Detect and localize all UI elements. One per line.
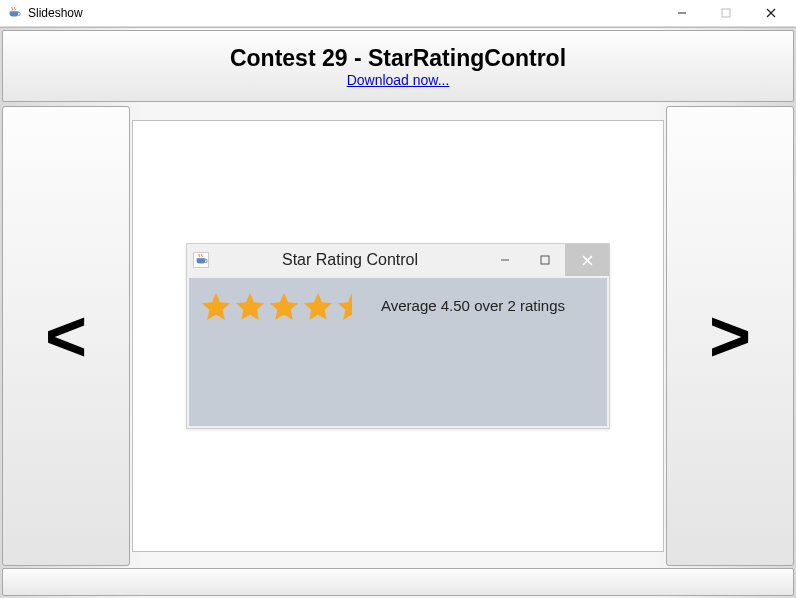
footer-panel: [2, 568, 794, 596]
header-panel: Contest 29 - StarRatingControl Download …: [2, 30, 794, 102]
java-icon: [6, 5, 22, 21]
window-title: Slideshow: [28, 6, 660, 20]
inner-content: Average 4.50 over 2 ratings: [189, 278, 607, 426]
star-rating[interactable]: [199, 290, 369, 324]
inner-window: Star Rating Control: [186, 243, 610, 429]
maximize-button: [704, 0, 748, 26]
slide-area: Star Rating Control: [132, 120, 664, 552]
close-button[interactable]: [748, 0, 794, 26]
star-icon: [301, 290, 335, 324]
inner-close-button[interactable]: [565, 244, 609, 276]
minimize-button[interactable]: [660, 0, 704, 26]
inner-minimize-button[interactable]: [485, 244, 525, 276]
rating-text: Average 4.50 over 2 ratings: [381, 290, 565, 314]
window-controls: [660, 0, 794, 26]
inner-window-title: Star Rating Control: [215, 251, 485, 269]
java-icon: [193, 252, 209, 268]
inner-window-controls: [485, 244, 609, 276]
star-icon: [233, 290, 267, 324]
app-body: Contest 29 - StarRatingControl Download …: [0, 27, 796, 598]
star-icon: [199, 290, 233, 324]
star-half-icon: [335, 290, 369, 324]
inner-maximize-button[interactable]: [525, 244, 565, 276]
star-icon: [267, 290, 301, 324]
next-button[interactable]: >: [666, 106, 794, 566]
window-titlebar: Slideshow: [0, 0, 796, 27]
prev-button[interactable]: <: [2, 106, 130, 566]
contest-title: Contest 29 - StarRatingControl: [230, 45, 566, 72]
slide-row: < Star Rating Control: [0, 104, 796, 568]
svg-rect-5: [541, 256, 549, 264]
inner-titlebar: Star Rating Control: [187, 244, 609, 276]
svg-rect-1: [722, 9, 730, 17]
download-link[interactable]: Download now...: [347, 72, 450, 88]
